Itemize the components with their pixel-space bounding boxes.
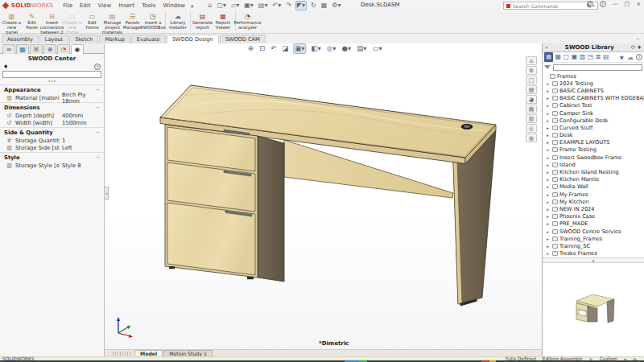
ribbon-button[interactable]: ▭ Edit frame bbox=[82, 12, 102, 30]
menu-item[interactable]: Tools bbox=[142, 2, 155, 9]
command-tab[interactable]: Markup bbox=[99, 35, 130, 43]
swood-tool-icon[interactable]: ◎ bbox=[526, 124, 537, 133]
quick-access-button[interactable]: ▤▾ bbox=[258, 2, 269, 10]
chevron-right-icon[interactable]: ▸ bbox=[545, 103, 551, 108]
library-category-icon[interactable]: ▤ bbox=[603, 52, 609, 62]
ribbon-button[interactable]: ◔ Performance analyzer bbox=[237, 12, 258, 30]
view-tool-icon[interactable]: ⊕ bbox=[247, 44, 254, 53]
view-tool-icon[interactable]: ◎▾ bbox=[326, 44, 337, 53]
view-tool-icon[interactable]: ↶ bbox=[270, 44, 277, 53]
library-tree-item[interactable]: ▸ Curved Stuff bbox=[543, 124, 644, 131]
quick-access-button[interactable]: ↷ bbox=[285, 2, 292, 10]
tree-root-item[interactable]: Frames bbox=[543, 72, 644, 80]
property-value[interactable]: 400mm bbox=[62, 113, 102, 119]
swood-tool-icon[interactable]: ◕ bbox=[526, 95, 537, 104]
chevron-right-icon[interactable]: ▸ bbox=[545, 133, 551, 138]
library-tree-item[interactable]: ▸ Insert Swoodbox Frame bbox=[543, 154, 644, 161]
quick-access-button[interactable]: ◤▾ bbox=[295, 1, 307, 10]
library-tree-item[interactable]: ▸ My Frames bbox=[543, 191, 644, 198]
library-tree-item[interactable]: ▸ PRE_MADE bbox=[543, 220, 644, 228]
chevron-right-icon[interactable]: ▸ bbox=[545, 192, 551, 197]
manager-tab-icon[interactable]: ≡ bbox=[2, 44, 15, 54]
swood-tool-icon[interactable]: ⌂ bbox=[526, 56, 537, 65]
chevron-right-icon[interactable]: ▸ bbox=[545, 81, 551, 86]
library-tree-item[interactable]: ▸ Media Wall bbox=[543, 183, 644, 191]
library-tree-item[interactable]: ▸ Desk bbox=[543, 132, 644, 139]
cabinet-side-panel[interactable] bbox=[258, 136, 284, 282]
menu-item[interactable]: Insert bbox=[118, 2, 134, 9]
library-category-icon[interactable]: ▢ bbox=[564, 52, 570, 62]
library-tree-item[interactable]: ▸ My Kitchen bbox=[543, 198, 644, 205]
chevron-right-icon[interactable]: ▸ bbox=[545, 251, 551, 256]
view-tool-icon[interactable]: ▭▾ bbox=[372, 44, 383, 53]
library-tree-item[interactable]: ▸ Kitchen Mantle bbox=[543, 176, 644, 183]
ribbon-button[interactable]: ◳ Insert a SWOODBox bbox=[142, 12, 166, 30]
quick-access-button[interactable]: ▣▾ bbox=[243, 2, 254, 10]
panel-help-icon[interactable]: ? bbox=[94, 64, 101, 70]
library-tree-item[interactable]: ▸ Frame Testing bbox=[543, 146, 644, 154]
library-tree-item[interactable]: ▸ Island bbox=[543, 161, 644, 168]
manager-tab-icon[interactable]: ⌘ bbox=[30, 44, 43, 54]
maximize-button[interactable]: ▢ bbox=[625, 1, 630, 7]
chevron-right-icon[interactable]: ▸ bbox=[545, 111, 551, 116]
view-tool-icon[interactable]: ▤▾ bbox=[356, 44, 367, 53]
chevron-right-icon[interactable]: ▸ bbox=[545, 155, 551, 160]
library-category-icon[interactable]: ≣ bbox=[596, 52, 601, 62]
library-tree-item[interactable]: ▸ Camper Sink bbox=[543, 109, 644, 117]
library-tree-item[interactable]: ▸ BASIC CABINETS WITH EDGEBAND bbox=[543, 95, 644, 102]
library-tree-item[interactable]: ▸ Training_SC bbox=[543, 242, 644, 249]
chevron-right-icon[interactable]: ▸ bbox=[545, 170, 551, 175]
view-tool-icon[interactable]: ◪ bbox=[281, 44, 289, 53]
chevron-right-icon[interactable]: ▸ bbox=[545, 125, 551, 130]
selection-input[interactable] bbox=[2, 71, 101, 78]
library-tree-item[interactable]: ▸ BASIC CABINETS bbox=[543, 87, 644, 94]
manager-tab-icon[interactable]: ▦ bbox=[16, 44, 29, 54]
property-value[interactable]: 1 bbox=[62, 138, 102, 144]
tab-splitter-handle[interactable] bbox=[113, 352, 130, 356]
manager-tab-icon[interactable]: ◔ bbox=[57, 44, 70, 54]
library-category-icon[interactable]: ▣ bbox=[572, 52, 578, 62]
desk-3d-model[interactable] bbox=[105, 43, 542, 349]
quick-access-button[interactable]: ▦ bbox=[320, 2, 328, 10]
command-tab[interactable]: SWOOD Design bbox=[167, 35, 219, 43]
library-tree-item[interactable]: ▸ Configurable Desk bbox=[543, 117, 644, 124]
tab-model[interactable]: Model bbox=[134, 350, 163, 356]
property-row[interactable]: ▥ Storage Style [stor... Style 8 bbox=[0, 162, 104, 169]
ribbon-button[interactable]: ☰ Panels Manager bbox=[122, 12, 142, 30]
library-category-icon[interactable]: ▦ bbox=[555, 52, 562, 62]
quick-access-button[interactable]: ⌂ bbox=[207, 2, 213, 10]
manager-tab-icon[interactable]: ◉ bbox=[71, 44, 84, 54]
library-tree-item[interactable]: ▸ Cabinet Test bbox=[543, 102, 644, 109]
chevron-right-icon[interactable]: ▸ bbox=[545, 147, 551, 152]
library-tree-item[interactable]: ▸ Phoenix Case bbox=[543, 213, 644, 220]
command-tab[interactable]: Sketch bbox=[69, 35, 98, 43]
library-category-icon[interactable]: ▥ bbox=[580, 52, 586, 62]
library-tree-item[interactable]: ▸ EXAMPLE LAYOUTS bbox=[543, 139, 644, 146]
chevron-right-icon[interactable]: ▸ bbox=[545, 214, 551, 219]
library-tree-item[interactable]: ▸ NEW IN 2024 bbox=[543, 205, 644, 212]
ribbon-button[interactable]: ▤ Manage project materials bbox=[102, 12, 122, 35]
view-tool-icon[interactable]: ●▾ bbox=[341, 44, 353, 53]
chevron-right-icon[interactable]: ▸ bbox=[545, 229, 551, 234]
command-tab[interactable]: Assembly bbox=[2, 35, 39, 43]
library-tree-item[interactable]: ▸ Training_Frames bbox=[543, 235, 644, 242]
chevron-right-icon[interactable]: ▸ bbox=[545, 162, 551, 167]
quick-access-button[interactable]: ↶▾ bbox=[271, 2, 282, 10]
chevron-right-icon[interactable]: ▸ bbox=[545, 88, 551, 93]
ribbon-button[interactable]: ☁ Library Installer bbox=[167, 12, 191, 30]
swood-tool-icon[interactable]: ▢ bbox=[526, 76, 537, 84]
user-account-icon[interactable]: ☺ bbox=[587, 1, 593, 7]
chevron-right-icon[interactable]: ▸ bbox=[545, 184, 551, 189]
command-tab[interactable]: SWOOD CAM bbox=[220, 35, 266, 43]
library-category-icon[interactable]: ◳ bbox=[588, 52, 594, 62]
property-row[interactable]: ↺ Depth [depth] 400mm bbox=[0, 112, 104, 119]
chevron-right-icon[interactable]: ▸ bbox=[545, 207, 551, 212]
quick-access-button[interactable]: ▢▾ bbox=[217, 2, 228, 10]
chevron-right-icon[interactable]: ▸ bbox=[545, 140, 551, 145]
swood-tool-icon[interactable]: ▥ bbox=[526, 114, 537, 123]
swood-tool-icon[interactable]: ◍ bbox=[526, 134, 537, 142]
property-value[interactable]: 1500mm bbox=[62, 120, 102, 126]
menu-item[interactable]: View bbox=[98, 2, 112, 9]
chevron-right-icon[interactable]: ▸ bbox=[545, 177, 551, 182]
library-filter-input[interactable] bbox=[553, 64, 642, 71]
